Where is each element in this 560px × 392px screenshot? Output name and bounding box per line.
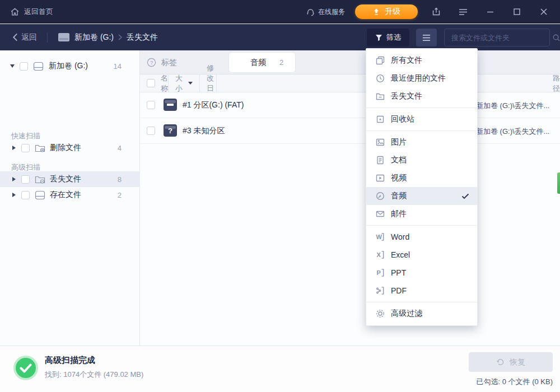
expand-collapse-icon[interactable]: [10, 64, 15, 68]
sidebar: 新加卷 (G:) 14 快速扫描 删除文件 4 高级扫描 丢失文件 8: [0, 50, 140, 346]
column-header-name[interactable]: 名称: [140, 74, 169, 92]
file-list: #1 分区(G:) (FAT) 新加卷 (G:)\丢失文件... ? #3 未知…: [140, 92, 560, 346]
menu-item-videos[interactable]: 视频: [366, 169, 477, 187]
checkbox[interactable]: [20, 62, 28, 71]
menu-item-lost-files[interactable]: 丢失文件: [366, 87, 477, 105]
menu-item-pdf[interactable]: PDF: [366, 282, 477, 300]
sidebar-item-deleted-files[interactable]: 删除文件 4: [0, 140, 140, 156]
tag-chip-audio[interactable]: 音频 2: [228, 52, 296, 73]
menu-item-recent-files[interactable]: 最近使用的文件: [366, 69, 477, 87]
expand-collapse-icon[interactable]: [12, 193, 16, 197]
column-header-size[interactable]: 大小: [169, 74, 200, 92]
expand-collapse-icon[interactable]: [12, 146, 16, 150]
minimize-icon: [487, 8, 494, 16]
home-icon: [10, 7, 20, 16]
drive-icon: [35, 190, 45, 200]
sidebar-item-lost-files[interactable]: 丢失文件 8: [0, 171, 140, 187]
menu-item-all-files[interactable]: 所有文件: [366, 52, 477, 69]
minimize-button[interactable]: [482, 4, 498, 19]
online-service-label: 在线服务: [318, 7, 345, 17]
checkbox[interactable]: [21, 144, 30, 152]
svg-text:W: W: [376, 234, 382, 240]
folder-lost-icon: [375, 92, 385, 101]
folder-deleted-icon: [35, 143, 45, 153]
breadcrumb-chevron-icon: [118, 34, 122, 40]
online-service-button[interactable]: 在线服务: [306, 7, 345, 17]
search-icon[interactable]: [552, 34, 560, 42]
maximize-button[interactable]: [508, 4, 525, 19]
document-icon: [375, 156, 385, 165]
select-all-checkbox[interactable]: [147, 79, 155, 87]
recover-button[interactable]: 恢复: [469, 352, 553, 372]
upgrade-button[interactable]: 升级: [355, 4, 418, 19]
help-icon[interactable]: ?: [147, 58, 156, 69]
menu-item-excel[interactable]: X Excel: [366, 246, 477, 264]
title-bar: 返回首页 在线服务 升级: [0, 0, 560, 24]
column-label: 路径: [553, 73, 560, 94]
sidebar-item-volume-root[interactable]: 新加卷 (G:) 14: [0, 58, 140, 74]
menu-separator: [366, 225, 477, 226]
menu-item-label: PDF: [391, 286, 407, 295]
folder-lost-icon: [35, 175, 45, 184]
checkbox[interactable]: [21, 175, 30, 184]
sidebar-item-label: 存在文件: [50, 190, 81, 200]
expand-collapse-icon[interactable]: [12, 177, 16, 181]
menu-item-label: 最近使用的文件: [391, 73, 446, 83]
upgrade-arrow-icon: [372, 8, 380, 16]
list-view-icon: [422, 34, 431, 41]
scan-status-detail: 找到: 1074个文件 (479.02 MB): [45, 370, 143, 380]
menu-item-recycle-bin[interactable]: 回收站: [366, 110, 477, 128]
edge-collapsed-widget[interactable]: [557, 172, 560, 194]
filter-button[interactable]: 筛选: [367, 29, 409, 46]
upgrade-label: 升级: [385, 7, 400, 17]
home-button[interactable]: 返回首页: [10, 7, 53, 17]
svg-text:P: P: [376, 269, 380, 276]
back-button[interactable]: 返回: [12, 32, 37, 43]
row-checkbox[interactable]: [147, 127, 155, 135]
svg-text:?: ?: [150, 59, 153, 66]
checkbox[interactable]: [21, 191, 30, 199]
main-menu-button[interactable]: [455, 4, 472, 19]
tag-chip-count: 2: [279, 58, 295, 67]
maximize-icon: [514, 8, 520, 15]
file-path: 新加卷 (G:)\丢失文件...: [476, 127, 549, 137]
feedback-button[interactable]: [428, 4, 445, 19]
volume-icon: [58, 32, 70, 42]
menu-item-images[interactable]: 图片: [366, 133, 477, 151]
file-name: #1 分区(G:) (FAT): [183, 100, 244, 110]
menu-item-ppt[interactable]: P PPT: [366, 264, 477, 282]
filter-label: 筛选: [386, 32, 401, 43]
all-files-icon: [375, 56, 385, 66]
breadcrumb-current[interactable]: 丢失文件: [127, 32, 158, 43]
item-count: 2: [118, 191, 122, 199]
column-header-date[interactable]: 修改日期: [200, 74, 217, 92]
pdf-file-icon: [375, 286, 385, 296]
menu-item-documents[interactable]: 文档: [366, 151, 477, 169]
search-input[interactable]: [445, 34, 552, 42]
advanced-filter-icon: [375, 309, 385, 319]
image-icon: [375, 138, 385, 147]
share-box-icon: [432, 7, 441, 16]
table-row-partition-3[interactable]: ? #3 未知分区 新加卷 (G:)\丢失文件...: [140, 118, 560, 144]
menu-item-label: Excel: [391, 250, 410, 259]
menu-item-audio[interactable]: 音频: [366, 187, 477, 205]
menu-item-label: PPT: [391, 268, 406, 277]
ppt-file-icon: P: [375, 268, 385, 278]
row-checkbox[interactable]: [147, 101, 155, 109]
tag-bar: ? 标签 音频 2: [140, 50, 560, 74]
menu-separator: [366, 302, 477, 302]
recover-label: 恢复: [510, 357, 525, 367]
view-mode-button[interactable]: [416, 29, 437, 46]
menu-item-mail[interactable]: 邮件: [366, 205, 477, 223]
menu-item-label: 音频: [391, 191, 407, 201]
menu-item-advanced-filter[interactable]: 高级过滤: [366, 305, 477, 323]
menu-item-label: 视频: [391, 173, 407, 183]
menu-item-word[interactable]: W Word: [366, 228, 477, 246]
status-bar: 高级扫描完成 找到: 1074个文件 (479.02 MB) 恢复 已勾选: 0…: [0, 346, 560, 392]
table-row-partition-1[interactable]: #1 分区(G:) (FAT) 新加卷 (G:)\丢失文件...: [140, 92, 560, 118]
sidebar-item-existing-files[interactable]: 存在文件 2: [0, 187, 140, 203]
sort-arrow-icon[interactable]: [188, 82, 193, 85]
close-button[interactable]: [535, 4, 552, 19]
breadcrumb-volume[interactable]: 新加卷 (G:): [74, 32, 114, 43]
scan-complete-icon: [13, 356, 38, 380]
